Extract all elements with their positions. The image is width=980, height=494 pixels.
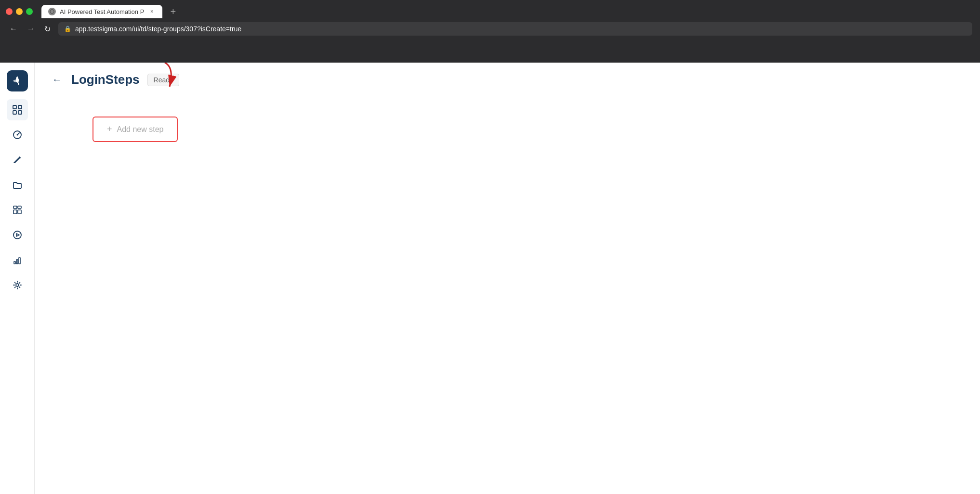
sidebar: [0, 63, 35, 494]
browser-chrome: AI Powered Test Automation P × + ← → ↻ 🔒…: [0, 0, 980, 63]
lock-icon: 🔒: [64, 26, 71, 32]
sidebar-item-edit[interactable]: [7, 149, 28, 170]
traffic-light-yellow[interactable]: [16, 8, 23, 15]
page-title: LoginSteps: [71, 72, 140, 87]
svg-point-0: [50, 10, 54, 13]
active-tab[interactable]: AI Powered Test Automation P ×: [41, 5, 162, 18]
svg-rect-15: [19, 258, 20, 264]
add-new-step-button[interactable]: + Add new step: [93, 117, 178, 142]
sidebar-item-apps[interactable]: [7, 199, 28, 221]
address-text: app.testsigma.com/ui/td/step-groups/307?…: [75, 25, 241, 33]
sidebar-item-dashboard[interactable]: [7, 99, 28, 120]
back-button[interactable]: ←: [50, 72, 64, 87]
sidebar-item-run[interactable]: [7, 224, 28, 246]
sidebar-item-gauge[interactable]: [7, 124, 28, 145]
svg-rect-3: [18, 105, 22, 109]
tab-title: AI Powered Test Automation P: [60, 8, 144, 15]
add-step-label: Add new step: [117, 125, 164, 134]
reload-nav-button[interactable]: ↻: [42, 23, 53, 36]
forward-nav-button[interactable]: →: [25, 23, 37, 35]
svg-point-12: [13, 231, 21, 239]
tab-bar: AI Powered Test Automation P × +: [0, 0, 980, 18]
svg-rect-4: [13, 111, 16, 114]
traffic-light-green[interactable]: [26, 8, 33, 15]
svg-rect-8: [13, 206, 17, 208]
main-content: ← LoginSteps Ready + Add new step: [35, 63, 980, 494]
back-nav-button[interactable]: ←: [8, 23, 19, 35]
svg-rect-11: [18, 210, 21, 214]
svg-point-16: [16, 284, 19, 286]
sidebar-item-folder[interactable]: [7, 174, 28, 195]
traffic-light-red[interactable]: [6, 8, 13, 15]
svg-rect-13: [14, 261, 15, 264]
address-bar[interactable]: 🔒 app.testsigma.com/ui/td/step-groups/30…: [58, 22, 972, 36]
new-tab-button[interactable]: +: [166, 6, 180, 17]
svg-rect-10: [13, 210, 17, 214]
svg-point-1: [16, 79, 19, 82]
address-bar-row: ← → ↻ 🔒 app.testsigma.com/ui/td/step-gro…: [0, 18, 980, 39]
tab-favicon: [48, 8, 56, 15]
page-header: ← LoginSteps Ready: [35, 63, 980, 97]
svg-point-7: [16, 134, 18, 136]
svg-rect-9: [18, 206, 21, 208]
app-layout: ← LoginSteps Ready + Add new step: [0, 63, 980, 494]
app-logo[interactable]: [7, 70, 28, 91]
traffic-lights: [6, 8, 33, 15]
status-badge: Ready: [147, 74, 179, 86]
svg-rect-14: [16, 260, 18, 264]
svg-rect-2: [13, 105, 16, 109]
sidebar-item-reports[interactable]: [7, 249, 28, 271]
page-body: + Add new step: [35, 97, 980, 494]
tab-close-button[interactable]: ×: [148, 8, 156, 15]
add-step-plus-icon: +: [107, 124, 112, 134]
sidebar-item-settings[interactable]: [7, 274, 28, 296]
svg-rect-5: [18, 111, 22, 114]
